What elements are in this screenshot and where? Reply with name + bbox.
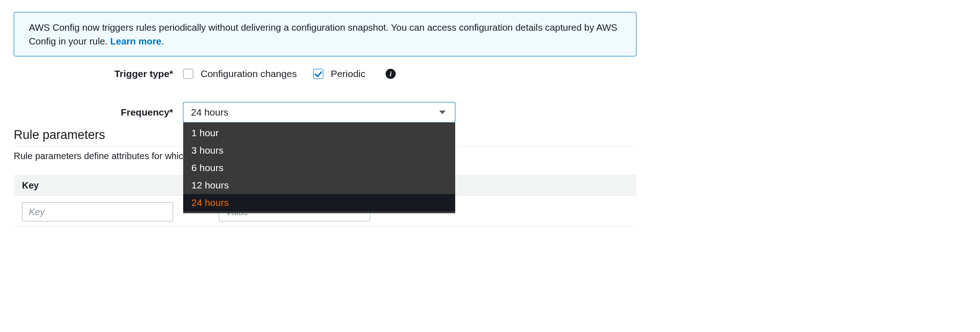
frequency-option[interactable]: 24 hours: [183, 194, 455, 211]
rule-parameters-heading: Rule parameters: [14, 128, 966, 142]
frequency-dropdown: 1 hour 3 hours 6 hours 12 hours 24 hours: [183, 122, 455, 213]
periodic-label: Periodic: [331, 68, 365, 79]
frequency-option[interactable]: 1 hour: [183, 124, 455, 142]
frequency-option[interactable]: 6 hours: [183, 159, 455, 177]
param-key-input[interactable]: [22, 202, 173, 221]
info-icon[interactable]: i: [386, 69, 396, 79]
frequency-selected-value: 24 hours: [191, 107, 229, 118]
frequency-select-wrap: 24 hours 1 hour 3 hours 6 hours 12 hours…: [183, 102, 455, 122]
periodic-checkbox[interactable]: [313, 69, 323, 79]
key-header: Key: [22, 180, 39, 191]
frequency-row: Frequency* 24 hours 1 hour 3 hours 6 hou…: [14, 102, 966, 122]
config-changes-checkbox[interactable]: [183, 69, 193, 79]
frequency-option[interactable]: 3 hours: [183, 142, 455, 159]
chevron-down-icon: [439, 111, 446, 114]
trigger-type-label: Trigger type*: [14, 68, 183, 79]
frequency-option[interactable]: 12 hours: [183, 177, 455, 194]
frequency-label: Frequency*: [14, 107, 183, 118]
config-changes-label: Configuration changes: [201, 68, 297, 79]
info-banner: AWS Config now triggers rules periodical…: [14, 12, 637, 56]
learn-more-link[interactable]: Learn more: [110, 36, 162, 46]
rule-parameters-section: Rule parameters Rule parameters define a…: [14, 128, 966, 227]
trigger-type-row: Trigger type* Configuration changes Peri…: [14, 68, 966, 79]
frequency-select[interactable]: 24 hours: [183, 102, 455, 122]
